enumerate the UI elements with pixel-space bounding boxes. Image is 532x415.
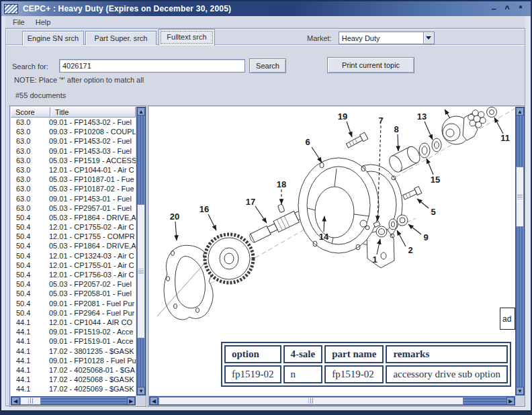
callout-number[interactable]: 6 (305, 137, 310, 147)
print-current-topic-button[interactable]: Print current topic (327, 57, 414, 73)
title-cell: 09.01 - FP1519-02 - Acce (49, 327, 136, 336)
title-cell: 12.01 - CP1755 - COMPR (49, 232, 136, 241)
title-cell: 05.03 - FP2057-02 - Fuel (49, 279, 136, 289)
tab-engine-sn-srch[interactable]: Engine SN srch (22, 31, 84, 45)
callout-number[interactable]: 16 (200, 204, 209, 214)
market-dropdown[interactable]: Heavy Duty (339, 32, 435, 44)
callout-number[interactable]: 2 (408, 245, 412, 255)
table-row[interactable]: 44.117.02 - 3801235 - $GASK (11, 347, 136, 356)
tab-part-super-srch[interactable]: Part Super. srch (85, 31, 157, 45)
window-title: CEPC+ : Heavy Duty (Expires on December … (23, 4, 231, 13)
scroll-thumb[interactable] (20, 397, 41, 405)
scroll-left-icon[interactable]: ◀ (150, 397, 158, 405)
table-row[interactable]: 63.005.03 - FP2957-01 - Fuel (11, 203, 136, 213)
callout-number[interactable]: 8 (394, 124, 398, 134)
callout-number[interactable]: 11 (500, 133, 510, 143)
list-horizontal-scrollbar[interactable]: ◀ ▶ (11, 396, 136, 406)
table-row[interactable]: 50.412.01 - CP1755 - COMPR (11, 232, 136, 241)
table-row[interactable]: 44.109.01 - FP1519-02 - Acce (11, 327, 136, 336)
scroll-up-icon[interactable]: ▲ (516, 107, 524, 116)
column-header-score[interactable]: Score (11, 107, 50, 118)
scroll-thumb[interactable] (516, 167, 524, 227)
table-row[interactable]: 50.412.01 - CP1756-03 - Air C (11, 270, 136, 279)
callout-number[interactable]: 1 (372, 255, 377, 265)
callout-number[interactable]: 9 (423, 232, 428, 242)
table-row[interactable]: 50.405.03 - FP2057-02 - Fuel (11, 279, 136, 289)
callout-number[interactable]: 5 (431, 207, 435, 217)
scroll-thumb[interactable] (137, 204, 145, 338)
table-row[interactable]: 44.117.02 - 4025069 - $GASK (11, 384, 136, 394)
minimize-icon[interactable]: – (489, 4, 498, 13)
hotspot-label[interactable]: ad (500, 308, 515, 330)
callout-number[interactable]: 15 (431, 175, 440, 185)
info-cell: n (283, 365, 323, 383)
table-row[interactable]: 44.117.02 - 4025068 - $GASK (11, 375, 136, 384)
table-row[interactable]: 44.117.02 - 4025068-01 - $GA (11, 365, 136, 375)
score-cell: 63.0 (11, 118, 49, 127)
title-cell: 09.01 - FP10128 - Fuel Pu (49, 356, 136, 365)
scrollbar-corner (515, 396, 525, 406)
table-row[interactable]: 63.009.01 - FP1453-01 - Fuel (11, 194, 136, 203)
callout-number[interactable]: 14 (319, 232, 329, 242)
column-header-title[interactable]: Title (50, 107, 136, 118)
note-text: NOTE: Place '*' after option to match al… (14, 76, 144, 84)
info-column-header: option (224, 345, 281, 363)
title-cell: 09.01 - FP2081 - Fuel Pur (49, 299, 136, 308)
table-row[interactable]: 50.412.01 - CP1755-02 - Air C (11, 222, 136, 232)
table-row[interactable]: 63.005.03 - FP10187-02 - Fue (11, 184, 136, 193)
title-cell: 12.01 - CP1324-03 - Air C (49, 251, 136, 261)
callout-number[interactable]: 19 (338, 111, 347, 122)
callout-arrow (398, 134, 398, 151)
scroll-down-icon[interactable]: ▼ (516, 387, 524, 395)
table-row[interactable]: 63.009.03 - FP10208 - COUPL (11, 127, 136, 136)
table-row[interactable]: 63.009.01 - FP1453-02 - Fuel (11, 136, 136, 146)
info-cell: accessory drive sub option (386, 365, 508, 383)
app-icon (4, 4, 18, 14)
maximize-icon[interactable]: ^ (502, 4, 512, 13)
list-vertical-scrollbar[interactable]: ▲ ▼ (136, 107, 146, 396)
callout-number[interactable]: 7 (378, 116, 383, 126)
table-row[interactable]: 63.005.03 - FP10187-01 - Fue (11, 175, 136, 184)
title-cell: 05.03 - FP1864 - DRIVE,A (49, 213, 136, 222)
menu-file[interactable]: File (8, 17, 30, 28)
score-cell: 50.4 (11, 289, 49, 298)
callout-number[interactable]: 13 (417, 111, 427, 122)
table-row[interactable]: 63.005.03 - FP1519 - ACCESS (11, 156, 136, 165)
callout-number[interactable]: 17 (246, 197, 255, 207)
table-row[interactable]: 50.405.03 - FP2058-01 - Fuel (11, 289, 136, 298)
scroll-down-icon[interactable]: ▼ (137, 387, 145, 395)
table-row[interactable]: 44.112.01 - CP1044 - AIR CO (11, 318, 136, 327)
close-icon[interactable]: * (516, 4, 525, 13)
diagram-vertical-scrollbar[interactable]: ▲ ▼ (515, 107, 525, 396)
table-row[interactable]: 50.409.01 - FP2964 - Fuel Pur (11, 308, 136, 318)
scroll-right-icon[interactable]: ▶ (127, 397, 135, 405)
table-row[interactable]: 63.012.01 - CP1044-01 - Air C (11, 165, 136, 175)
score-cell: 50.4 (11, 279, 49, 289)
title-cell: 12.01 - CP1756-03 - Air C (49, 270, 136, 279)
table-row[interactable]: 50.412.01 - CP1755-01 - Air C (11, 261, 136, 270)
table-row[interactable]: 50.412.01 - CP1324-03 - Air C (11, 251, 136, 261)
scroll-thumb[interactable] (159, 397, 463, 405)
title-cell: 09.01 - FP2964 - Fuel Pur (49, 308, 136, 318)
scroll-right-icon[interactable]: ▶ (506, 397, 515, 405)
search-input[interactable] (59, 59, 245, 73)
dropdown-button[interactable] (423, 32, 434, 44)
scroll-up-icon[interactable]: ▲ (137, 107, 145, 116)
table-row[interactable]: 50.405.03 - FP1864 - DRIVE,A (11, 241, 136, 250)
title-cell: 05.03 - FP2058-01 - Fuel (49, 289, 136, 298)
scroll-left-icon[interactable]: ◀ (11, 397, 19, 405)
search-button[interactable]: Search (249, 58, 286, 73)
table-row[interactable]: 63.009.01 - FP1453-03 - Fuel (11, 146, 136, 156)
menu-help[interactable]: Help (31, 17, 56, 28)
score-cell: 63.0 (11, 194, 49, 203)
tab-fulltext-srch[interactable]: Fulltext srch (159, 29, 215, 46)
title-cell: 05.03 - FP1519 - ACCESS (49, 156, 136, 165)
table-row[interactable]: 50.409.01 - FP2081 - Fuel Pur (11, 299, 136, 308)
callout-number[interactable]: 18 (277, 179, 286, 189)
callout-number[interactable]: 20 (170, 212, 179, 222)
diagram-horizontal-scrollbar[interactable]: ◀ ▶ (149, 396, 515, 406)
table-row[interactable]: 44.109.01 - FP1519-01 - Acce (11, 336, 136, 346)
table-row[interactable]: 44.109.01 - FP10128 - Fuel Pu (11, 356, 136, 365)
table-row[interactable]: 50.405.03 - FP1864 - DRIVE,A (11, 213, 136, 222)
table-row[interactable]: 63.009.01 - FP1453-02 - Fuel (11, 118, 136, 127)
